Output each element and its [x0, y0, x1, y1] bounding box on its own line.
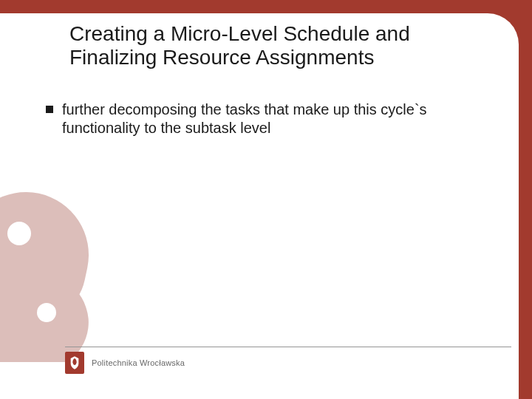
eagle-shield-icon [69, 355, 81, 370]
right-border-bar [519, 0, 532, 399]
slide: Creating a Micro-Level Schedule and Fina… [0, 0, 532, 399]
slide-title: Creating a Micro-Level Schedule and Fina… [69, 22, 483, 69]
institution-name: Politechnika Wrocławska [92, 358, 185, 367]
bullet-item: further decomposing the tasks that make … [46, 100, 474, 137]
institution-logo-icon [65, 352, 84, 374]
bullet-text: further decomposing the tasks that make … [62, 100, 474, 137]
slide-body: further decomposing the tasks that make … [46, 100, 474, 145]
top-border-bar [0, 0, 532, 13]
left-decorative-graphic [0, 192, 89, 362]
corner-arc [488, 0, 532, 44]
slide-footer: Politechnika Wrocławska [65, 347, 511, 374]
bullet-marker-icon [46, 106, 53, 113]
